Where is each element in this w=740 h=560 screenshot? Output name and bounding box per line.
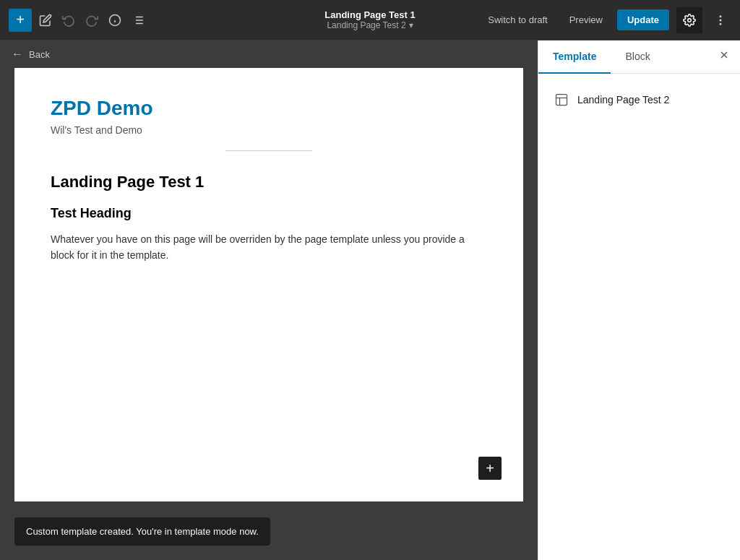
info-button[interactable] (106, 11, 124, 30)
toast-message: Custom template created. You're in templ… (26, 526, 259, 537)
info-icon (108, 14, 121, 27)
site-tagline: Wil's Test and Demo (51, 124, 487, 136)
canvas-wrapper[interactable]: ZPD Demo Wil's Test and Demo Landing Pag… (0, 68, 538, 560)
back-bar[interactable]: ← Back (0, 40, 538, 68)
gear-icon (683, 14, 696, 27)
tab-template[interactable]: Template (538, 40, 611, 74)
page-title-main: Landing Page Test 1 (324, 9, 415, 21)
svg-point-11 (720, 20, 721, 21)
svg-point-10 (720, 16, 721, 17)
sidebar-close-button[interactable] (708, 43, 740, 70)
chevron-down-icon: ▾ (409, 20, 413, 30)
ellipsis-icon (714, 14, 727, 27)
site-title: ZPD Demo (51, 97, 487, 120)
more-options-button[interactable] (710, 11, 731, 30)
toolbar-center: Landing Page Test 1 Landing Page Test 2 … (324, 9, 415, 31)
undo-icon (62, 14, 75, 27)
edit-icon-button[interactable] (36, 11, 55, 30)
main-area: ← Back ZPD Demo Wil's Test and Demo Land… (0, 40, 740, 560)
toolbar: + Landing Page Test 1 Landing Page Test … (0, 0, 740, 40)
template-item-name: Landing Page Test 2 (577, 94, 669, 105)
tab-block[interactable]: Block (611, 40, 664, 74)
list-view-button[interactable] (129, 11, 147, 30)
svg-point-9 (688, 18, 692, 22)
template-item[interactable]: Landing Page Test 2 (550, 85, 728, 114)
switch-to-draft-button[interactable]: Switch to draft (481, 10, 554, 30)
preview-button[interactable]: Preview (562, 10, 610, 30)
canvas-page-title: Landing Page Test 1 (51, 173, 487, 191)
list-icon (132, 14, 145, 27)
svg-point-12 (720, 23, 721, 25)
pencil-icon (39, 14, 52, 27)
svg-rect-15 (556, 95, 567, 105)
template-icon (553, 91, 570, 108)
update-button[interactable]: Update (617, 9, 669, 30)
canvas-divider (225, 150, 312, 151)
back-arrow-icon: ← (12, 48, 23, 61)
sidebar: Template Block Landing Page Test 2 (538, 40, 740, 560)
sidebar-tabs: Template Block (538, 40, 740, 74)
redo-button[interactable] (82, 11, 101, 30)
toast-notification: Custom template created. You're in templ… (14, 517, 270, 546)
sidebar-content: Landing Page Test 2 (538, 74, 740, 560)
add-block-button[interactable]: + (9, 9, 32, 32)
canvas-add-button[interactable]: + (478, 457, 502, 480)
canvas-heading: Test Heading (51, 206, 487, 221)
toolbar-right: Switch to draft Preview Update (481, 7, 731, 33)
toolbar-left: + (9, 9, 147, 32)
redo-icon (85, 14, 98, 27)
editor-panel: ← Back ZPD Demo Wil's Test and Demo Land… (0, 40, 538, 560)
canvas-paragraph: Whatever you have on this page will be o… (51, 231, 487, 264)
back-label: Back (29, 49, 50, 60)
canvas: ZPD Demo Wil's Test and Demo Landing Pag… (14, 68, 523, 501)
page-title-sub[interactable]: Landing Page Test 2 ▾ (327, 20, 413, 30)
settings-button[interactable] (676, 7, 702, 33)
layout-icon (554, 92, 569, 107)
close-icon (718, 49, 730, 61)
undo-button[interactable] (59, 11, 78, 30)
